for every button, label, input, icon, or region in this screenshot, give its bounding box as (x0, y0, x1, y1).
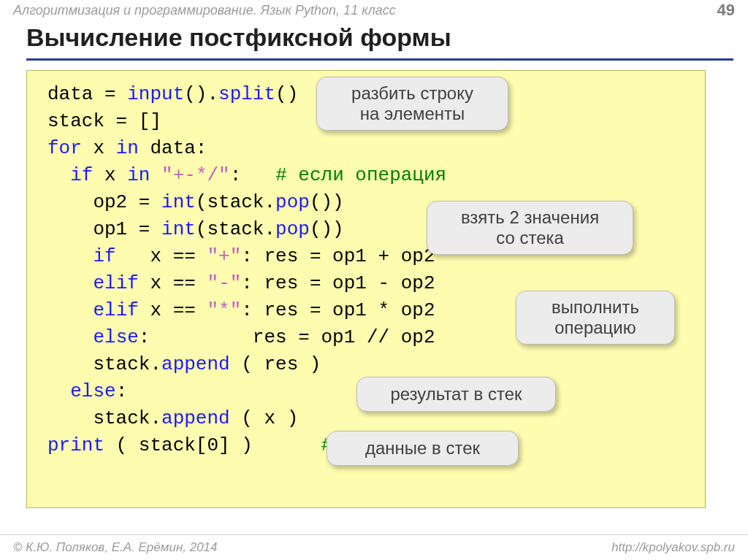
callout-push-res: результат в стек (356, 377, 556, 412)
code-token: else (70, 380, 115, 402)
code-token: pop (275, 191, 310, 213)
code-token (47, 245, 93, 267)
code-token: x (93, 164, 127, 186)
code-token: input (127, 83, 184, 105)
code-token: ()) (310, 218, 344, 240)
callout-op: выполнитьоперацию (516, 291, 675, 345)
code-token: : res = op1 + op2 (241, 245, 435, 267)
code-token: if (70, 164, 93, 186)
code-token: op2 = (47, 191, 161, 213)
code-token: int (161, 191, 196, 213)
code-token: data: (139, 137, 207, 159)
code-token: stack. (47, 353, 161, 375)
code-token: x == (139, 299, 207, 321)
code-token: "*" (207, 299, 241, 321)
code-token: (stack. (196, 218, 275, 240)
code-token: ( res ) (230, 353, 321, 375)
footer-url: http://kpolyakov.spb.ru (611, 540, 735, 555)
code-token: : (230, 164, 275, 186)
code-token: x == (116, 245, 207, 267)
code-token: print (47, 434, 104, 456)
code-token: ()) (310, 191, 344, 213)
code-token (47, 326, 93, 348)
code-token: : (116, 380, 128, 402)
code-token: stack = [] (47, 110, 161, 132)
code-token: : res = op1 - op2 (241, 272, 435, 294)
code-token (47, 299, 93, 321)
callout-pop: взять 2 значениясо стека (427, 201, 633, 255)
course-title: Алгоритмизация и программирование. Язык … (13, 3, 396, 18)
footer-copyright: © К.Ю. Поляков, Е.А. Ерёмин, 2014 (13, 540, 218, 555)
code-token: x == (139, 272, 207, 294)
code-token: split (218, 83, 275, 105)
title-underline (26, 58, 733, 61)
callout-split: разбить строкуна элементы (316, 77, 508, 131)
code-token: stack. (47, 407, 161, 429)
callout-push-data: данные в стек (327, 431, 519, 466)
code-token (47, 272, 93, 294)
code-token: data = (47, 83, 127, 105)
code-token: (stack. (196, 191, 275, 213)
code-token: () (275, 83, 298, 105)
footer-bar: © К.Ю. Поляков, Е.А. Ерёмин, 2014 http:/… (0, 534, 748, 560)
code-token: append (161, 407, 230, 429)
code-token: elif (93, 272, 138, 294)
code-token: : res = op1 * op2 (241, 299, 435, 321)
code-token: in (116, 137, 139, 159)
code-token: : res = op1 // op2 (139, 326, 435, 348)
header-bar: Алгоритмизация и программирование. Язык … (0, 0, 748, 20)
code-token: for (47, 137, 82, 159)
code-token (47, 164, 70, 186)
slide-title: Вычисление постфиксной формы (26, 23, 451, 52)
slide: Алгоритмизация и программирование. Язык … (0, 0, 748, 560)
code-token: in (127, 164, 150, 186)
code-token (47, 380, 70, 402)
code-token: x (82, 137, 116, 159)
code-token: ( stack[0] ) (104, 434, 321, 456)
code-token: (). (184, 83, 218, 105)
code-token (150, 164, 161, 186)
code-token: elif (93, 299, 138, 321)
code-token: else (93, 326, 138, 348)
code-token: # если операция (275, 164, 446, 186)
code-token: pop (275, 218, 310, 240)
code-token: op1 = (47, 218, 161, 240)
code-token: "-" (207, 272, 241, 294)
code-token: append (161, 353, 230, 375)
code-token: "+-*/" (161, 164, 230, 186)
code-token: if (93, 245, 115, 267)
page-number: 49 (717, 1, 735, 20)
code-token: int (161, 218, 196, 240)
code-token: "+" (207, 245, 241, 267)
code-token: ( x ) (230, 407, 299, 429)
